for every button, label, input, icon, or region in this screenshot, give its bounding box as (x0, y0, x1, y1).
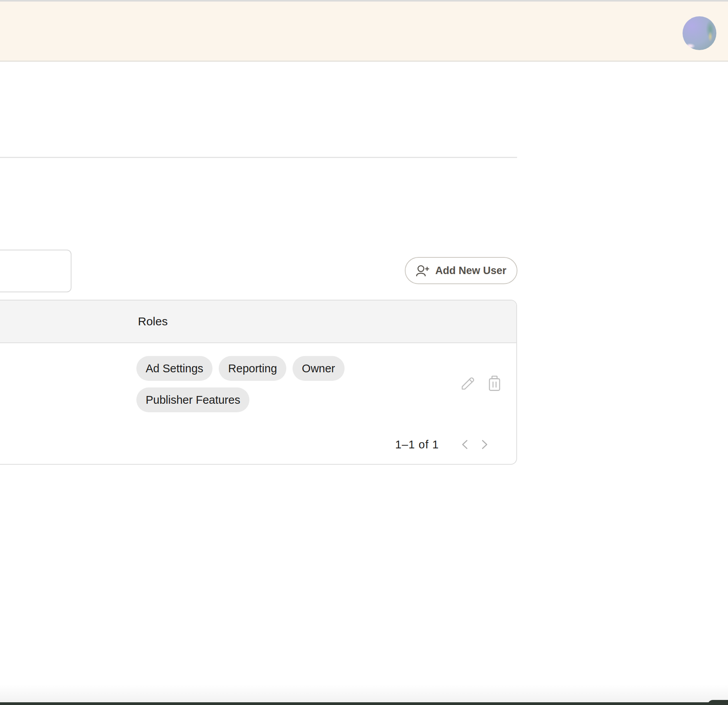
bottom-panel-edge (0, 702, 728, 705)
add-user-button[interactable]: Add New User (405, 257, 517, 284)
chevron-right-icon (479, 439, 489, 450)
role-chip: Publisher Features (136, 387, 249, 412)
users-table: Roles Ad Settings Reporting Owner Publis… (0, 300, 517, 465)
section-divider (0, 157, 517, 158)
column-header-roles: Roles (138, 315, 168, 328)
table-header-row: Roles (0, 300, 516, 343)
avatar[interactable] (683, 16, 716, 50)
pagination: 1–1 of 1 (395, 438, 489, 451)
next-page-button[interactable] (479, 439, 489, 450)
pagination-range-label: 1–1 of 1 (395, 438, 439, 451)
search-input[interactable] (0, 250, 71, 292)
add-user-button-label: Add New User (435, 265, 506, 277)
bottom-shadow (0, 684, 728, 702)
role-chip-group: Ad Settings Reporting Owner Publisher Fe… (136, 356, 349, 412)
role-chip: Owner (293, 356, 344, 381)
pencil-icon (460, 376, 475, 391)
previous-page-button[interactable] (460, 439, 470, 450)
top-header (0, 0, 728, 62)
role-chip: Ad Settings (136, 356, 212, 381)
row-actions (460, 375, 501, 392)
role-chip: Reporting (219, 356, 286, 381)
edit-user-button[interactable] (460, 376, 475, 391)
chevron-left-icon (460, 439, 470, 450)
bottom-panel-corner (708, 700, 728, 705)
trash-icon (488, 375, 501, 392)
person-plus-icon (416, 265, 430, 277)
delete-user-button[interactable] (488, 375, 501, 392)
